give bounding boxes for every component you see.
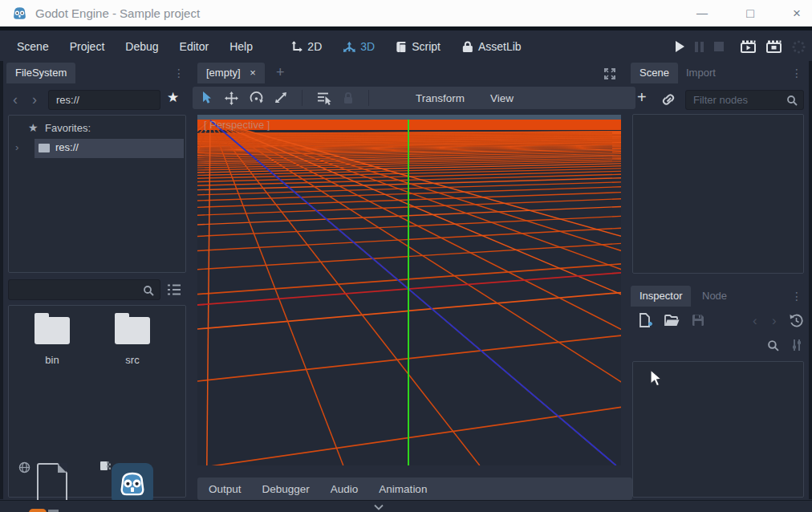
search-icon xyxy=(786,95,798,106)
filesystem-tree: ★ Favorites: › res:// xyxy=(8,115,186,273)
tree-item-res[interactable]: › res:// xyxy=(9,139,185,158)
file-item-bin[interactable]: bin xyxy=(10,317,94,366)
instance-scene-link-icon[interactable] xyxy=(661,93,676,106)
left-edge-strip xyxy=(0,61,3,499)
scale-tool-icon[interactable] xyxy=(274,91,287,104)
tab-scene[interactable]: Scene xyxy=(631,63,678,83)
load-resource-folder-icon[interactable] xyxy=(664,315,680,327)
save-resource-icon[interactable] xyxy=(692,314,704,327)
dock-options-icon[interactable]: ⋮ xyxy=(173,67,185,79)
tab-node[interactable]: Node xyxy=(693,286,736,307)
scene-tab-empty[interactable]: [empty] × xyxy=(197,63,265,83)
globe-badge-icon xyxy=(18,461,30,473)
filter-nodes-input[interactable]: Filter nodes xyxy=(685,90,804,110)
viewport-grid xyxy=(197,115,621,465)
nav-forward-icon[interactable]: › xyxy=(32,91,37,108)
menu-project[interactable]: Project xyxy=(59,40,116,53)
minimize-button[interactable]: — xyxy=(688,0,716,26)
workspace-assetlib-button[interactable]: AssetLib xyxy=(461,40,522,53)
favorites-row[interactable]: ★ Favorites: xyxy=(9,120,185,139)
favorites-label: Favorites: xyxy=(45,122,91,134)
tree-expand-icon[interactable]: › xyxy=(15,141,18,153)
selected-image-tile xyxy=(112,463,153,505)
file-grid: bin src default_env.tres xyxy=(8,305,186,498)
window-title: Godot Engine - Sample project xyxy=(35,0,200,26)
tab-audio[interactable]: Audio xyxy=(331,483,359,495)
axes-2d-icon xyxy=(290,41,302,53)
play-scene-button[interactable] xyxy=(741,40,756,53)
tree-item-label: res:// xyxy=(55,141,79,153)
toolbar-separator xyxy=(302,90,302,106)
folder-icon xyxy=(39,144,50,152)
resource-file-icon xyxy=(37,463,67,503)
scene-tree-empty[interactable] xyxy=(632,114,804,274)
path-field[interactable]: res:// xyxy=(48,90,160,110)
new-scene-tab-icon[interactable]: + xyxy=(276,64,285,81)
inspector-search-icon[interactable] xyxy=(767,339,779,351)
maximize-button[interactable]: □ xyxy=(737,0,764,26)
play-custom-scene-icon xyxy=(766,40,782,53)
filesystem-dock: FileSystem ⋮ ‹ › res:// ★ ★ Favorites: ›… xyxy=(6,63,188,499)
view-menu[interactable]: View xyxy=(490,92,514,104)
godot-logo-icon xyxy=(11,5,28,22)
viewport-3d[interactable]: [ Perspective ] xyxy=(197,115,621,465)
dock-options-icon[interactable]: ⋮ xyxy=(791,67,802,79)
search-icon xyxy=(143,285,154,296)
menubar: Scene Project Debug Editor Help 2D xyxy=(0,30,812,63)
folder-icon xyxy=(35,317,70,344)
list-select-tool-icon[interactable] xyxy=(317,91,331,105)
right-dock: Scene Import ⋮ + Filter nodes Inspector … xyxy=(631,63,806,500)
godot-logo-icon xyxy=(117,469,148,499)
file-item-src[interactable]: src xyxy=(91,317,174,366)
dock-options-icon[interactable]: ⋮ xyxy=(791,290,802,303)
history-back-icon[interactable]: ‹ xyxy=(753,313,757,329)
play-button[interactable] xyxy=(676,41,684,52)
titlebar: Godot Engine - Sample project — □ × xyxy=(0,0,812,26)
tab-animation[interactable]: Animation xyxy=(379,483,427,495)
inspector-tools-icon[interactable] xyxy=(791,339,802,351)
workspace-script-button[interactable]: Script xyxy=(396,40,441,53)
stop-button[interactable] xyxy=(714,42,724,51)
update-spinner-icon xyxy=(792,40,806,54)
move-tool-icon[interactable] xyxy=(225,91,238,105)
collapse-bottom-panel-icon[interactable] xyxy=(374,504,384,510)
godot-logo-sliver xyxy=(29,509,47,512)
workspace-3d-button[interactable]: 3D xyxy=(343,40,375,53)
workspace-2d-button[interactable]: 2D xyxy=(290,40,322,53)
new-resource-icon[interactable] xyxy=(639,313,652,327)
menu-help[interactable]: Help xyxy=(219,40,263,53)
history-forward-icon[interactable]: › xyxy=(772,313,777,329)
file-label: bin xyxy=(10,354,94,366)
menu-editor[interactable]: Editor xyxy=(169,40,220,53)
select-tool-icon[interactable] xyxy=(202,91,213,104)
right-edge-strip xyxy=(809,61,812,499)
toolbar-separator xyxy=(368,90,369,106)
favorites-star-icon: ★ xyxy=(28,121,39,134)
play-custom-scene-button[interactable] xyxy=(766,40,782,53)
tab-inspector[interactable]: Inspector xyxy=(631,286,691,307)
menu-scene[interactable]: Scene xyxy=(6,40,59,53)
expand-viewport-icon[interactable] xyxy=(603,67,616,80)
bottom-panel-tabs: Output Debugger Audio Animation xyxy=(197,477,632,500)
tab-filesystem[interactable]: FileSystem xyxy=(6,63,75,83)
file-search-input[interactable] xyxy=(8,279,160,300)
nav-back-icon[interactable]: ‹ xyxy=(13,91,18,108)
list-view-toggle-icon[interactable] xyxy=(167,282,181,297)
tab-close-icon[interactable]: × xyxy=(250,67,256,79)
play-scene-icon xyxy=(741,40,756,53)
tab-import[interactable]: Import xyxy=(677,63,725,83)
add-node-icon[interactable]: + xyxy=(637,88,647,107)
object-history-icon[interactable] xyxy=(790,314,803,327)
tab-output[interactable]: Output xyxy=(209,483,242,495)
image-badge-icon xyxy=(100,461,111,472)
pause-button[interactable] xyxy=(695,42,704,52)
favorite-star-icon[interactable]: ★ xyxy=(167,89,179,106)
close-button[interactable]: × xyxy=(783,0,810,26)
menu-debug[interactable]: Debug xyxy=(115,40,168,53)
lock-tool-icon[interactable] xyxy=(343,91,354,104)
tab-debugger[interactable]: Debugger xyxy=(262,483,310,495)
rotate-tool-icon[interactable] xyxy=(250,91,263,105)
perspective-label[interactable]: [ Perspective ] xyxy=(204,119,270,131)
main-menus: Scene Project Debug Editor Help xyxy=(6,30,263,63)
transform-menu[interactable]: Transform xyxy=(416,92,465,104)
